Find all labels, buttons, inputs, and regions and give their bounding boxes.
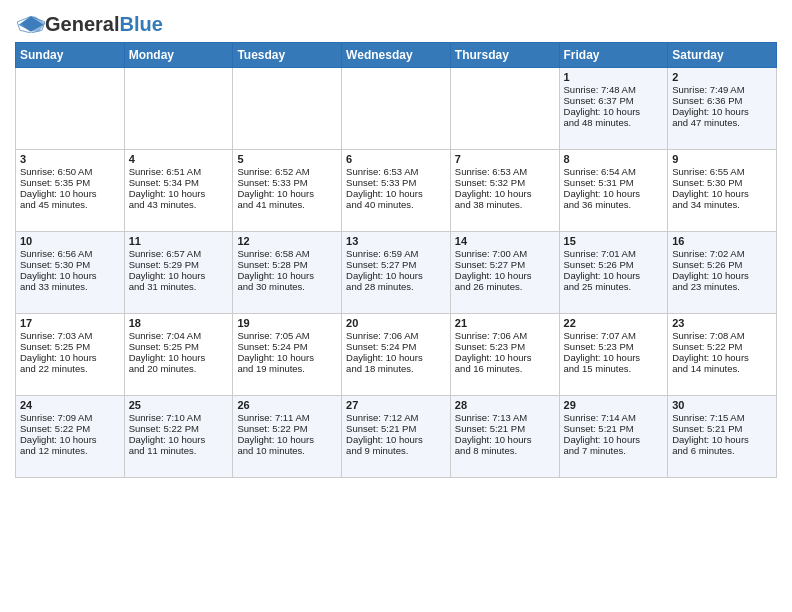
day-info: and 6 minutes.: [672, 445, 772, 456]
day-info: Sunset: 5:31 PM: [564, 177, 664, 188]
calendar-cell: 9Sunrise: 6:55 AMSunset: 5:30 PMDaylight…: [668, 150, 777, 232]
calendar-cell: 18Sunrise: 7:04 AMSunset: 5:25 PMDayligh…: [124, 314, 233, 396]
calendar-cell: 23Sunrise: 7:08 AMSunset: 5:22 PMDayligh…: [668, 314, 777, 396]
day-info: Sunset: 5:23 PM: [455, 341, 555, 352]
calendar-header: Sunday Monday Tuesday Wednesday Thursday…: [16, 43, 777, 68]
calendar-cell: 8Sunrise: 6:54 AMSunset: 5:31 PMDaylight…: [559, 150, 668, 232]
day-info: Sunrise: 6:53 AM: [455, 166, 555, 177]
day-number: 20: [346, 317, 446, 329]
day-info: and 23 minutes.: [672, 281, 772, 292]
day-info: and 36 minutes.: [564, 199, 664, 210]
day-info: and 34 minutes.: [672, 199, 772, 210]
day-number: 8: [564, 153, 664, 165]
day-info: Sunrise: 7:05 AM: [237, 330, 337, 341]
day-info: Sunset: 5:22 PM: [672, 341, 772, 352]
day-info: Daylight: 10 hours: [455, 434, 555, 445]
calendar-cell: [450, 68, 559, 150]
day-info: Daylight: 10 hours: [237, 434, 337, 445]
day-info: Sunset: 5:24 PM: [346, 341, 446, 352]
day-info: Sunrise: 7:48 AM: [564, 84, 664, 95]
calendar-cell: 30Sunrise: 7:15 AMSunset: 5:21 PMDayligh…: [668, 396, 777, 478]
day-info: Daylight: 10 hours: [237, 188, 337, 199]
day-number: 19: [237, 317, 337, 329]
calendar-cell: 15Sunrise: 7:01 AMSunset: 5:26 PMDayligh…: [559, 232, 668, 314]
day-info: Sunrise: 7:11 AM: [237, 412, 337, 423]
header: GeneralBlue: [15, 10, 777, 34]
day-number: 2: [672, 71, 772, 83]
day-info: and 15 minutes.: [564, 363, 664, 374]
day-info: Daylight: 10 hours: [129, 434, 229, 445]
day-info: Sunset: 5:21 PM: [672, 423, 772, 434]
calendar-cell: 4Sunrise: 6:51 AMSunset: 5:34 PMDaylight…: [124, 150, 233, 232]
calendar-week-5: 24Sunrise: 7:09 AMSunset: 5:22 PMDayligh…: [16, 396, 777, 478]
header-row: Sunday Monday Tuesday Wednesday Thursday…: [16, 43, 777, 68]
day-info: and 48 minutes.: [564, 117, 664, 128]
day-info: and 9 minutes.: [346, 445, 446, 456]
day-number: 7: [455, 153, 555, 165]
day-info: Sunrise: 7:01 AM: [564, 248, 664, 259]
day-number: 6: [346, 153, 446, 165]
day-info: Sunrise: 7:14 AM: [564, 412, 664, 423]
calendar-week-2: 3Sunrise: 6:50 AMSunset: 5:35 PMDaylight…: [16, 150, 777, 232]
day-info: Daylight: 10 hours: [564, 434, 664, 445]
day-number: 3: [20, 153, 120, 165]
day-number: 10: [20, 235, 120, 247]
calendar-table: Sunday Monday Tuesday Wednesday Thursday…: [15, 42, 777, 478]
day-info: Sunset: 5:33 PM: [237, 177, 337, 188]
day-info: and 41 minutes.: [237, 199, 337, 210]
day-info: Daylight: 10 hours: [20, 270, 120, 281]
day-number: 24: [20, 399, 120, 411]
day-number: 1: [564, 71, 664, 83]
calendar-cell: [124, 68, 233, 150]
calendar-cell: 2Sunrise: 7:49 AMSunset: 6:36 PMDaylight…: [668, 68, 777, 150]
day-info: Daylight: 10 hours: [129, 352, 229, 363]
day-info: Daylight: 10 hours: [346, 434, 446, 445]
day-info: Sunset: 5:27 PM: [455, 259, 555, 270]
calendar-cell: 7Sunrise: 6:53 AMSunset: 5:32 PMDaylight…: [450, 150, 559, 232]
day-info: Sunrise: 6:57 AM: [129, 248, 229, 259]
day-number: 26: [237, 399, 337, 411]
day-info: Sunset: 5:21 PM: [564, 423, 664, 434]
day-info: Sunset: 5:30 PM: [672, 177, 772, 188]
calendar-cell: 11Sunrise: 6:57 AMSunset: 5:29 PMDayligh…: [124, 232, 233, 314]
day-info: Sunrise: 7:49 AM: [672, 84, 772, 95]
calendar-cell: 20Sunrise: 7:06 AMSunset: 5:24 PMDayligh…: [342, 314, 451, 396]
col-sunday: Sunday: [16, 43, 125, 68]
day-number: 22: [564, 317, 664, 329]
day-info: Sunrise: 6:52 AM: [237, 166, 337, 177]
day-info: and 19 minutes.: [237, 363, 337, 374]
day-number: 25: [129, 399, 229, 411]
col-friday: Friday: [559, 43, 668, 68]
calendar-cell: 3Sunrise: 6:50 AMSunset: 5:35 PMDaylight…: [16, 150, 125, 232]
day-number: 29: [564, 399, 664, 411]
day-number: 13: [346, 235, 446, 247]
day-info: Sunset: 5:32 PM: [455, 177, 555, 188]
day-info: Daylight: 10 hours: [672, 188, 772, 199]
calendar-cell: 29Sunrise: 7:14 AMSunset: 5:21 PMDayligh…: [559, 396, 668, 478]
day-info: and 26 minutes.: [455, 281, 555, 292]
day-info: and 30 minutes.: [237, 281, 337, 292]
col-saturday: Saturday: [668, 43, 777, 68]
day-info: Sunrise: 7:10 AM: [129, 412, 229, 423]
logo: GeneralBlue: [15, 14, 163, 34]
day-info: Daylight: 10 hours: [455, 352, 555, 363]
day-info: Daylight: 10 hours: [564, 270, 664, 281]
day-info: Sunrise: 7:06 AM: [346, 330, 446, 341]
day-number: 5: [237, 153, 337, 165]
day-info: Daylight: 10 hours: [237, 352, 337, 363]
calendar-cell: [16, 68, 125, 150]
calendar-cell: [233, 68, 342, 150]
day-info: and 8 minutes.: [455, 445, 555, 456]
calendar-cell: 12Sunrise: 6:58 AMSunset: 5:28 PMDayligh…: [233, 232, 342, 314]
day-info: and 12 minutes.: [20, 445, 120, 456]
day-info: Sunrise: 7:06 AM: [455, 330, 555, 341]
calendar-cell: 10Sunrise: 6:56 AMSunset: 5:30 PMDayligh…: [16, 232, 125, 314]
day-number: 14: [455, 235, 555, 247]
day-info: Daylight: 10 hours: [346, 352, 446, 363]
day-info: Sunrise: 7:02 AM: [672, 248, 772, 259]
day-info: Sunset: 5:26 PM: [564, 259, 664, 270]
day-info: Daylight: 10 hours: [455, 270, 555, 281]
day-info: Sunset: 5:21 PM: [346, 423, 446, 434]
day-info: Sunrise: 7:04 AM: [129, 330, 229, 341]
day-info: Daylight: 10 hours: [20, 188, 120, 199]
